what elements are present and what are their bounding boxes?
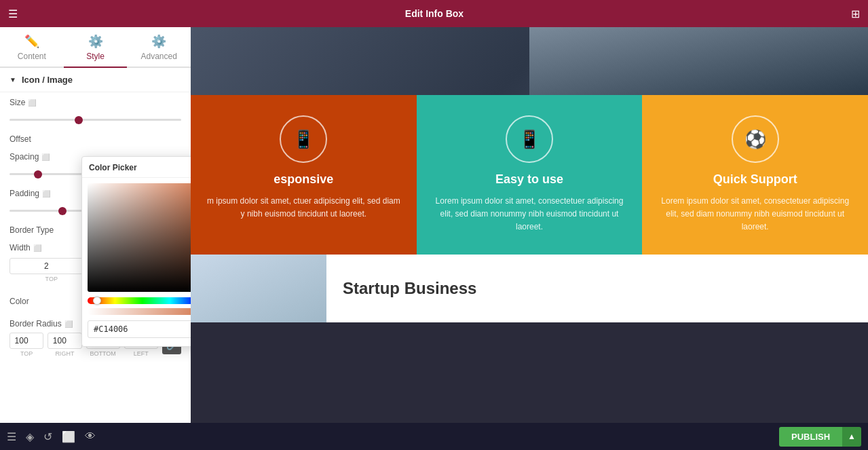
size-label: Size ⬜ <box>10 98 36 107</box>
icon-image-section-label: Icon / Image <box>22 75 73 85</box>
bottom-responsive-icon[interactable]: ⬜ <box>62 430 75 443</box>
br-right-box: RIGHT <box>48 333 81 357</box>
startup-title: Startup Business <box>343 279 476 298</box>
card-support-icon: ⚽ <box>744 129 766 150</box>
card-easy-title: Easy to use <box>495 172 563 187</box>
publish-btn-group: PUBLISH ▲ <box>779 427 861 447</box>
br-bottom-label: BOTTOM <box>90 350 115 357</box>
startup-section: Startup Business <box>191 255 868 322</box>
bottom-icons: ☰ ◈ ↺ ⬜ 👁 <box>7 430 96 443</box>
color-picker-alpha-row <box>82 305 191 319</box>
bottom-menu-icon[interactable]: ☰ <box>7 430 16 443</box>
size-slider[interactable] <box>10 119 181 121</box>
publish-arrow-button[interactable]: ▲ <box>842 427 861 447</box>
main-layout: ✏️ Content ⚙️ Style ⚙️ Advanced ▼ Icon /… <box>0 27 868 423</box>
br-top-label: TOP <box>20 350 33 357</box>
card-support-text: Lorem ipsum dolor sit amet, consectetuer… <box>656 195 854 234</box>
bottom-bar: ☰ ◈ ↺ ⬜ 👁 PUBLISH ▲ <box>0 423 868 450</box>
spacing-responsive-icon: ⬜ <box>41 153 50 161</box>
border-radius-label: Border Radius ⬜ <box>10 319 73 329</box>
color-picker-popup: Color Picker ↺ + ≡ ✏ <box>81 156 191 347</box>
bottom-history-icon[interactable]: ↺ <box>43 430 52 443</box>
style-tab-icon: ⚙️ <box>88 34 103 49</box>
tab-advanced-label: Advanced <box>140 52 176 61</box>
bottom-preview-icon[interactable]: 👁 <box>85 430 96 443</box>
tab-style[interactable]: ⚙️ Style <box>64 27 128 68</box>
cards-section: 📱 esponsive m ipsum dolor sit amet, ctue… <box>191 95 868 255</box>
grid-icon[interactable]: ⊞ <box>851 7 860 20</box>
offset-label: Offset <box>10 134 31 144</box>
color-picker-hue-thumb[interactable] <box>93 297 101 305</box>
color-picker-header: Color Picker ↺ + ≡ ✏ <box>82 157 191 178</box>
offset-control-row: Offset <box>0 129 191 147</box>
content-tab-icon: ✏️ <box>24 34 39 49</box>
card-easy-text: Lorem ipsum dolor sit amet, consectetuer… <box>430 195 629 234</box>
page-title: Edit Info Box <box>405 8 464 19</box>
tab-advanced[interactable]: ⚙️ Advanced <box>127 27 191 68</box>
content-area: 📱 esponsive m ipsum dolor sit amet, ctue… <box>191 27 868 423</box>
width-responsive-icon: ⬜ <box>33 244 41 252</box>
tab-bar: ✏️ Content ⚙️ Style ⚙️ Advanced <box>0 27 191 68</box>
color-picker-title: Color Picker <box>89 163 137 172</box>
hero-area <box>191 27 868 95</box>
card-responsive-text: m ipsum dolor sit amet, ctuer adipiscing… <box>204 195 403 221</box>
br-right-label: RIGHT <box>55 350 74 357</box>
width-label: Width ⬜ <box>10 243 41 252</box>
card-responsive-icon-circle: 📱 <box>280 115 327 163</box>
card-responsive-icon: 📱 <box>293 129 314 150</box>
color-picker-hex-row <box>82 319 191 338</box>
size-responsive-icon: ⬜ <box>28 99 36 107</box>
tab-content-label: Content <box>18 52 46 61</box>
br-top-box: TOP <box>10 333 43 357</box>
width-top-input[interactable] <box>10 258 94 274</box>
card-support-icon-circle: ⚽ <box>732 115 779 163</box>
advanced-tab-icon: ⚙️ <box>151 34 166 49</box>
spacing-label: Spacing ⬜ <box>10 152 50 162</box>
card-responsive-title: esponsive <box>273 172 333 187</box>
padding-responsive-icon: ⬜ <box>42 190 50 198</box>
border-radius-responsive-icon: ⬜ <box>64 320 73 328</box>
width-top-label: TOP <box>45 276 58 282</box>
publish-button[interactable]: PUBLISH <box>779 427 842 447</box>
card-easy-icon-circle: 📱 <box>506 115 553 163</box>
width-top-box: TOP <box>10 258 94 282</box>
color-picker-gradient[interactable] <box>88 183 191 292</box>
br-right-input[interactable] <box>48 333 81 349</box>
card-responsive: 📱 esponsive m ipsum dolor sit amet, ctue… <box>191 95 417 255</box>
section-arrow-icon: ▼ <box>10 76 16 83</box>
size-control-row: Size ⬜ <box>0 92 191 110</box>
icon-image-section-header[interactable]: ▼ Icon / Image <box>0 68 191 92</box>
menu-icon[interactable]: ☰ <box>8 7 18 20</box>
tab-style-label: Style <box>86 52 105 61</box>
color-label: Color <box>10 297 29 306</box>
br-left-label: LEFT <box>134 350 149 357</box>
content-background: 📱 esponsive m ipsum dolor sit amet, ctue… <box>191 27 868 423</box>
sidebar: ✏️ Content ⚙️ Style ⚙️ Advanced ▼ Icon /… <box>0 27 191 423</box>
top-bar: ☰ Edit Info Box ⊞ <box>0 0 868 27</box>
bottom-layers-icon[interactable]: ◈ <box>26 430 34 443</box>
card-easy-to-use: 📱 Easy to use Lorem ipsum dolor sit amet… <box>417 95 643 255</box>
startup-content: Startup Business <box>326 255 493 322</box>
color-picker-hue-row <box>82 295 191 305</box>
color-picker-hex-input[interactable] <box>88 320 191 338</box>
startup-image <box>191 255 326 322</box>
color-picker-hue-slider[interactable] <box>88 297 191 304</box>
card-support-title: Quick Support <box>713 172 797 187</box>
tab-content[interactable]: ✏️ Content <box>0 27 64 68</box>
br-top-input[interactable] <box>10 333 43 349</box>
border-type-label: Border Type <box>10 225 54 235</box>
padding-label: Padding ⬜ <box>10 189 50 198</box>
color-picker-alpha-slider[interactable] <box>88 308 191 315</box>
size-slider-row <box>0 110 191 129</box>
card-quick-support: ⚽ Quick Support Lorem ipsum dolor sit am… <box>642 95 868 255</box>
card-easy-icon: 📱 <box>518 129 540 150</box>
